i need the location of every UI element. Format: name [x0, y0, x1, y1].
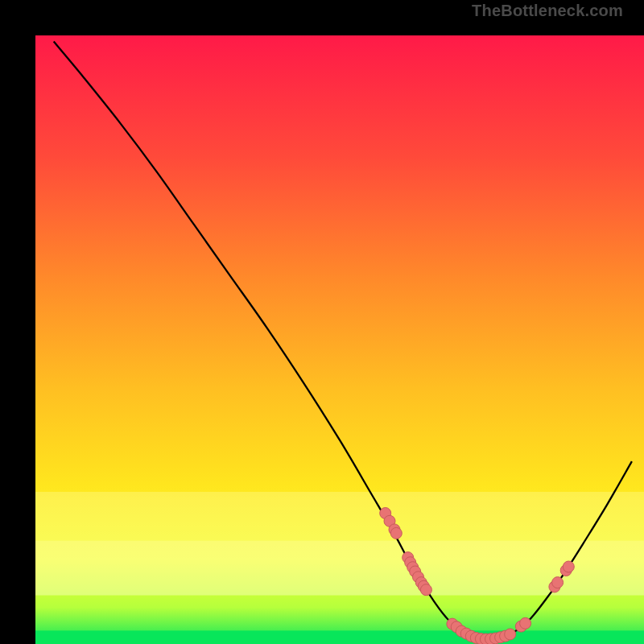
marker-dot [390, 527, 402, 539]
yellow-band [35, 492, 644, 540]
green-band [35, 630, 644, 644]
marker-dot [420, 584, 431, 596]
plot-frame [18, 18, 626, 626]
marker-dot [563, 561, 574, 572]
watermark-text: TheBottleneck.com [472, 2, 623, 20]
marker-dot [520, 617, 531, 629]
bottleneck-chart [35, 35, 644, 644]
marker-dot [552, 577, 564, 588]
marker-dot [505, 629, 516, 640]
